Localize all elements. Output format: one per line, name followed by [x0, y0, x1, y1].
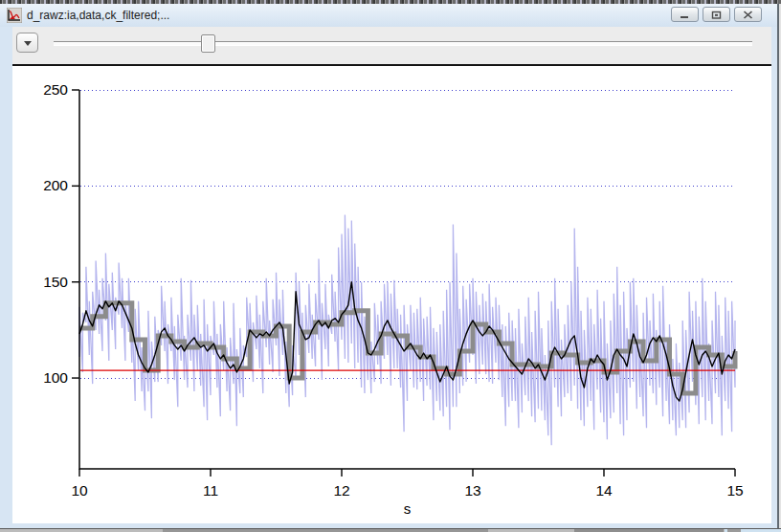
svg-text:14: 14 [595, 482, 613, 499]
svg-text:13: 13 [464, 482, 480, 499]
slider-track[interactable] [54, 41, 752, 46]
position-slider[interactable] [54, 31, 752, 55]
window-title: d_rawz:ia,data,ck_filtered;... [27, 9, 169, 22]
titlebar[interactable]: d_rawz:ia,data,ck_filtered;... [0, 4, 777, 27]
minimize-button[interactable] [671, 7, 699, 22]
svg-text:250: 250 [43, 81, 68, 98]
svg-text:11: 11 [203, 482, 218, 499]
svg-text:200: 200 [43, 177, 68, 193]
triangle-down-icon [24, 41, 32, 46]
toolbar [12, 27, 771, 64]
background-scrollbar-strip [0, 528, 781, 532]
curve-plot-icon [7, 8, 22, 23]
dropdown-button[interactable] [16, 33, 38, 53]
chart-panel: 100150200250101112131415s [12, 64, 771, 523]
slider-thumb[interactable] [201, 34, 215, 53]
svg-text:100: 100 [43, 369, 68, 386]
svg-text:s: s [404, 500, 412, 517]
close-button[interactable] [734, 7, 762, 22]
svg-text:15: 15 [726, 482, 743, 499]
svg-text:12: 12 [333, 482, 349, 499]
window-controls [671, 7, 762, 22]
svg-text:10: 10 [71, 482, 88, 499]
signal-chart[interactable]: 100150200250101112131415s [12, 66, 771, 523]
svg-text:150: 150 [43, 274, 68, 290]
screenshot-root: d_rawz:ia,data,ck_filtered;... [0, 0, 781, 532]
plot-window: d_rawz:ia,data,ck_filtered;... [0, 4, 779, 528]
restore-button[interactable] [703, 7, 730, 22]
